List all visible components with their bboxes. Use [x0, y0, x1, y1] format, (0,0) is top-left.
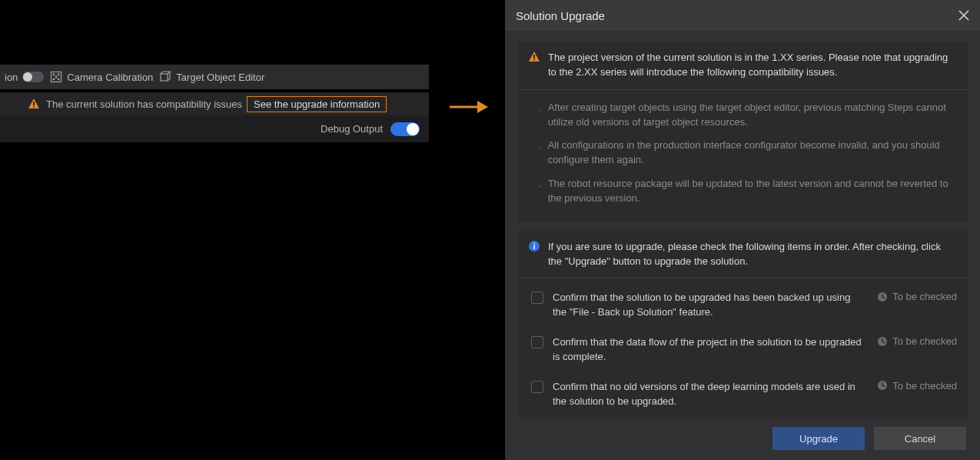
- debug-output-label: Debug Output: [321, 123, 383, 135]
- check-item-text: Confirm that no old versions of the deep…: [553, 380, 868, 409]
- check-item-text: Confirm that the solution to be upgraded…: [553, 291, 868, 320]
- left-panel: ion Camera Calibration: [0, 65, 429, 142]
- list-item: After creating target objects using the …: [539, 96, 957, 135]
- dialog-header: Solution Upgrade: [505, 0, 980, 31]
- toolbar-item-fragment-label: ion: [5, 72, 18, 83]
- list-item: All configurations in the production int…: [539, 134, 957, 172]
- warning-notice: The project version of the current solut…: [517, 42, 968, 90]
- dialog-body: The project version of the current solut…: [505, 31, 980, 417]
- cancel-button[interactable]: Cancel: [874, 427, 966, 450]
- cube-icon: [159, 71, 171, 83]
- svg-point-2: [58, 74, 60, 75]
- checkbox[interactable]: [531, 336, 543, 348]
- bullet-text: After creating target objects using the …: [548, 101, 957, 130]
- check-item: Confirm that the solution to be upgraded…: [517, 283, 968, 328]
- target-object-editor-label: Target Object Editor: [176, 72, 264, 83]
- dialog-title: Solution Upgrade: [516, 9, 605, 22]
- solution-upgrade-dialog: Solution Upgrade The project version of …: [505, 0, 980, 460]
- upgrade-button[interactable]: Upgrade: [772, 427, 865, 450]
- check-status: To be checked: [877, 291, 957, 302]
- toggle-icon[interactable]: [22, 72, 44, 82]
- check-status: To be checked: [877, 335, 957, 347]
- check-item: Confirm that the data flow of the projec…: [517, 328, 968, 372]
- svg-point-4: [58, 78, 60, 80]
- warning-icon: [28, 98, 40, 110]
- camera-calibration-button[interactable]: Camera Calibration: [50, 71, 153, 83]
- toolbar: ion Camera Calibration: [0, 65, 429, 89]
- target-object-editor-button[interactable]: Target Object Editor: [159, 71, 264, 83]
- svg-point-3: [54, 78, 55, 80]
- compatibility-warning-text: The current solution has compatibility i…: [46, 98, 242, 110]
- bullet-text: All configurations in the production int…: [548, 138, 957, 168]
- check-status: To be checked: [877, 380, 957, 392]
- svg-rect-6: [161, 74, 168, 81]
- warning-notice-text: The project version of the current solut…: [548, 51, 957, 89]
- warning-section: The project version of the current solut…: [517, 42, 968, 222]
- svg-point-5: [56, 76, 58, 78]
- clock-icon: [877, 336, 888, 347]
- check-item-text: Confirm that the data flow of the projec…: [553, 335, 868, 365]
- warning-icon: [528, 51, 540, 63]
- compatibility-bullet-list: After creating target objects using the …: [517, 90, 968, 222]
- svg-rect-13: [533, 59, 535, 61]
- check-status-text: To be checked: [892, 380, 957, 392]
- dialog-footer: Upgrade Cancel: [505, 417, 980, 460]
- checkbox[interactable]: [531, 292, 543, 304]
- debug-output-row: Debug Output: [0, 115, 429, 142]
- close-button[interactable]: [958, 10, 969, 21]
- info-notice-text: If you are sure to upgrade, please check…: [548, 240, 957, 278]
- svg-rect-7: [33, 102, 35, 105]
- check-status-text: To be checked: [892, 291, 957, 302]
- upgrade-checklist: Confirm that the solution to be upgraded…: [517, 278, 968, 417]
- clock-icon: [877, 380, 888, 391]
- checkbox[interactable]: [531, 381, 543, 393]
- info-icon: [528, 240, 540, 252]
- info-notice: If you are sure to upgrade, please check…: [517, 231, 968, 279]
- compatibility-warning-bar: The current solution has compatibility i…: [0, 92, 429, 115]
- debug-output-toggle[interactable]: [390, 122, 420, 136]
- bullet-text: The robot resource package will be updat…: [548, 177, 957, 206]
- arrow-icon: [450, 98, 488, 115]
- clock-icon: [877, 292, 888, 302]
- camera-calibration-label: Camera Calibration: [67, 72, 153, 83]
- toolbar-item-fragment: ion: [5, 72, 44, 83]
- svg-rect-8: [33, 106, 35, 108]
- check-status-text: To be checked: [892, 335, 957, 347]
- checklist-section: If you are sure to upgrade, please check…: [517, 231, 968, 417]
- check-item: Confirm that no old versions of the deep…: [517, 372, 968, 417]
- svg-point-1: [54, 74, 55, 75]
- svg-rect-15: [533, 245, 535, 249]
- list-item: The robot resource package will be updat…: [539, 172, 957, 211]
- grid-icon: [50, 71, 62, 83]
- svg-rect-16: [533, 243, 535, 245]
- see-upgrade-info-link[interactable]: See the upgrade information: [247, 96, 387, 112]
- svg-rect-12: [533, 55, 535, 58]
